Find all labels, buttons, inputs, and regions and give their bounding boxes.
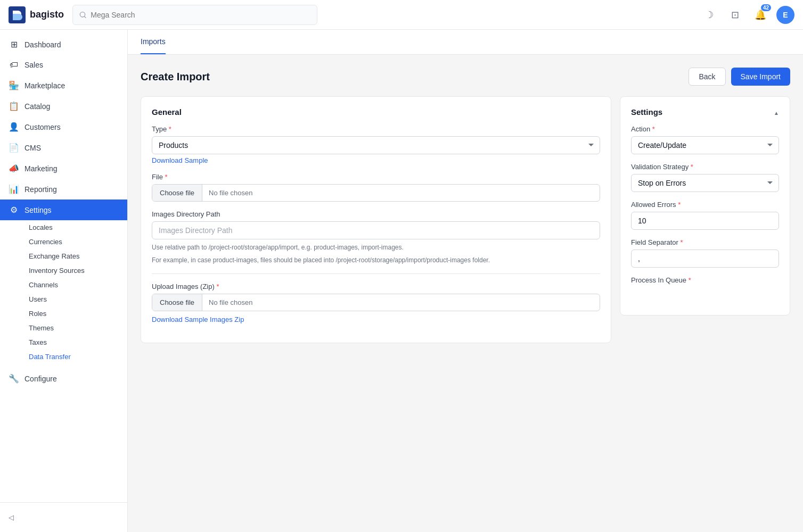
nav-actions: ☽ ⊡ 🔔 42 E (700, 5, 794, 24)
sidebar-item-label: Marketplace (24, 81, 65, 90)
sidebar-item-label: Reporting (24, 185, 57, 194)
sidebar-item-cms[interactable]: 📄 CMS (0, 137, 127, 158)
search-bar[interactable] (72, 5, 317, 25)
settings-sub-items: Locales Currencies Exchange Rates Invent… (0, 220, 127, 364)
general-card-title: General (152, 107, 600, 117)
type-label: Type * (152, 125, 600, 133)
sub-item-locales[interactable]: Locales (24, 220, 127, 235)
cms-icon: 📄 (9, 143, 19, 153)
sub-item-data-transfer[interactable]: Data Transfer (24, 350, 127, 364)
upload-images-group: Upload Images (Zip) * Choose file No fil… (152, 282, 600, 323)
validation-select[interactable]: Stop on Errors (631, 174, 779, 192)
settings-card-header: Settings (631, 107, 779, 117)
download-sample-zip-link[interactable]: Download Sample Images Zip (152, 315, 244, 323)
notification-badge: 42 (761, 4, 771, 11)
sales-icon: 🏷 (9, 60, 19, 70)
topnav: bagisto ☽ ⊡ 🔔 42 E (0, 0, 803, 30)
validation-label: Validation Strategy * (631, 163, 779, 171)
layout: ⊞ Dashboard 🏷 Sales 🏪 Marketplace 📋 Cata… (0, 30, 803, 532)
sidebar-item-marketing[interactable]: 📣 Marketing (0, 158, 127, 179)
sub-item-channels[interactable]: Channels (24, 278, 127, 292)
collapse-button[interactable]: ◁ (0, 509, 127, 526)
sidebar-item-label: Catalog (24, 102, 50, 111)
general-section: General Type * Products Download Sample (141, 96, 611, 352)
sidebar-item-configure[interactable]: 🔧 Configure (0, 368, 127, 389)
upload-images-label: Upload Images (Zip) * (152, 282, 600, 290)
settings-icon: ⚙ (9, 205, 19, 215)
images-dir-group: Images Directory Path Use relative path … (152, 210, 600, 265)
file-choose-button[interactable]: Choose file (152, 185, 202, 201)
logo: bagisto (9, 6, 64, 23)
upload-file-input-wrapper: Choose file No file chosen (152, 294, 600, 311)
sidebar-item-dashboard[interactable]: ⊞ Dashboard (0, 34, 127, 55)
page-title: Create Import (141, 71, 210, 83)
sub-item-themes[interactable]: Themes (24, 321, 127, 335)
upload-choose-button[interactable]: Choose file (152, 294, 202, 311)
monitor-icon: ⊡ (731, 9, 739, 21)
section-divider (152, 273, 600, 274)
upload-file-name-display: No file chosen (202, 294, 600, 311)
sidebar-item-label: Sales (24, 61, 43, 69)
field-separator-label: Field Separator * (631, 238, 779, 246)
theme-toggle-button[interactable]: ☽ (700, 5, 719, 24)
monitor-button[interactable]: ⊡ (725, 5, 744, 24)
app-name: bagisto (30, 9, 64, 20)
search-input[interactable] (91, 11, 310, 19)
tab-imports[interactable]: Imports (141, 30, 166, 54)
download-sample-link[interactable]: Download Sample (152, 156, 208, 164)
action-select[interactable]: Create/Update (631, 136, 779, 154)
process-in-queue-required-marker: * (689, 276, 691, 284)
sub-item-users[interactable]: Users (24, 292, 127, 306)
sub-item-exchange-rates[interactable]: Exchange Rates (24, 249, 127, 263)
moon-icon: ☽ (705, 9, 714, 21)
back-button[interactable]: Back (689, 68, 725, 86)
field-separator-required-marker: * (681, 238, 683, 246)
sub-item-currencies[interactable]: Currencies (24, 235, 127, 249)
file-group: File * Choose file No file chosen (152, 173, 600, 202)
dashboard-icon: ⊞ (9, 39, 19, 49)
content-area: Create Import Back Save Import General T (128, 55, 803, 364)
validation-required-marker: * (691, 163, 693, 171)
sidebar-item-label: Settings (24, 206, 52, 214)
settings-collapse-icon[interactable] (774, 108, 779, 117)
save-import-button[interactable]: Save Import (731, 68, 790, 86)
sidebar-item-marketplace[interactable]: 🏪 Marketplace (0, 75, 127, 96)
sidebar-item-settings[interactable]: ⚙ Settings (0, 200, 127, 220)
action-label: Action * (631, 125, 779, 133)
type-select[interactable]: Products (152, 136, 600, 154)
sub-item-roles[interactable]: Roles (24, 306, 127, 321)
sidebar-item-customers[interactable]: 👤 Customers (0, 117, 127, 137)
allowed-errors-required-marker: * (678, 201, 681, 209)
file-name-display: No file chosen (202, 185, 600, 201)
images-dir-label: Images Directory Path (152, 210, 600, 218)
allowed-errors-label: Allowed Errors * (631, 201, 779, 209)
sidebar-bottom: ◁ (0, 502, 127, 532)
images-dir-help1: Use relative path to /project-root/stora… (152, 243, 600, 252)
sidebar-item-label: CMS (24, 144, 41, 152)
upload-required-marker: * (216, 282, 219, 290)
type-required-marker: * (169, 125, 171, 133)
images-dir-input[interactable] (152, 221, 600, 239)
search-icon (79, 11, 86, 19)
sidebar-item-sales[interactable]: 🏷 Sales (0, 55, 127, 75)
sidebar-item-reporting[interactable]: 📊 Reporting (0, 179, 127, 200)
notifications-button[interactable]: 🔔 42 (751, 5, 770, 24)
sub-item-taxes[interactable]: Taxes (24, 335, 127, 350)
page-header: Create Import Back Save Import (141, 68, 790, 86)
sidebar-item-label: Customers (24, 123, 61, 131)
avatar[interactable]: E (776, 6, 794, 24)
main-content: Imports Create Import Back Save Import G… (128, 30, 803, 532)
sub-item-inventory-sources[interactable]: Inventory Sources (24, 263, 127, 278)
allowed-errors-input[interactable] (631, 212, 779, 230)
sidebar-item-catalog[interactable]: 📋 Catalog (0, 96, 127, 117)
logo-icon (9, 6, 26, 23)
sidebar-item-label: Configure (24, 375, 57, 383)
settings-card-title: Settings (631, 107, 662, 117)
settings-section: Settings Action * Create/Update (620, 96, 790, 324)
collapse-icon: ◁ (9, 513, 14, 521)
sidebar: ⊞ Dashboard 🏷 Sales 🏪 Marketplace 📋 Cata… (0, 30, 128, 532)
header-actions: Back Save Import (689, 68, 790, 86)
configure-icon: 🔧 (9, 373, 19, 384)
field-separator-input[interactable] (631, 250, 779, 268)
marketing-icon: 📣 (9, 163, 19, 173)
